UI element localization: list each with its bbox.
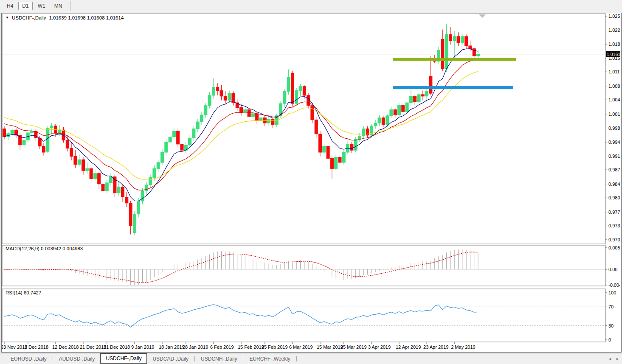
tab-usdcnh-daily[interactable]: USDCNH-,Daily [195,355,242,363]
date-axis-label: 3 Apr 2019 [368,344,391,350]
candle-body [145,185,148,191]
candle-body [358,136,361,140]
candle-body [342,152,345,162]
candle-body [414,96,417,102]
candle-body [251,114,254,117]
candle-body [177,131,180,144]
candle-body [11,130,14,134]
candle-body [58,130,61,133]
candle-body [370,126,373,135]
candle-body [90,168,93,179]
symbol-dropdown-icon[interactable]: ▼ [6,16,9,20]
rsi-axis-label: 70 [608,304,614,309]
rsi-line [4,305,478,327]
timeframe-button-d1[interactable]: D1 [18,2,32,10]
rsi-axis-label: 30 [608,323,614,328]
price-axis-label: 1.01860 [608,42,620,47]
date-axis-label: 23 Apr 2019 [423,344,448,350]
candles [3,24,480,235]
pane-frame-2 [2,289,605,342]
candle-body [208,95,211,106]
candle-body [220,90,223,96]
chart-canvas[interactable]: 1.025501.022101.018601.015201.011801.008… [2,13,620,351]
candle-body [477,54,480,56]
candle-body [390,109,393,115]
chart-window[interactable]: 1.025501.022101.018601.015201.011801.008… [1,13,622,353]
candle-body [299,87,302,91]
candle-body [117,187,120,193]
macd-axis-label: -0.004243 [608,283,620,288]
candle-body [31,131,34,133]
date-axis-label: 31 Dec 2018 [104,344,130,350]
price-axis-label: 1.00490 [608,97,620,102]
candle-body [283,91,286,104]
candle-body [121,187,124,197]
macd-histogram [4,249,478,286]
candle-body [409,96,412,103]
candle-body [200,115,203,122]
candle-body [133,214,136,233]
date-axis-label: 12 Apr 2019 [396,344,421,350]
price-axis-label: 1.00830 [608,84,620,89]
tab-eurusd-daily[interactable]: EURUSD-,Daily [5,355,52,363]
date-axis-label: 21 Dec 2018 [80,344,106,350]
tab-separator [296,356,297,361]
tab-audusd-daily[interactable]: AUDUSD-,Daily [53,355,101,363]
candle-body [66,140,69,148]
candle-body [161,152,164,162]
current-price-badge-text: 1.01614 [607,52,620,57]
candle-body [101,184,104,191]
candle-body [453,36,456,41]
date-axis-label: 23 Nov 2018 [2,344,27,350]
candle-body [82,160,85,171]
candle-body [449,34,452,40]
tab-separator [194,356,195,361]
price-axis-label: 0.98770 [608,167,620,172]
candle-body [461,36,464,42]
macd-axis-label: 0.00597 [608,245,620,250]
candle-body [271,119,274,124]
macd-indicator-label: MACD(12,26,9) 0.003942 0.004983 [6,246,83,251]
candle-body [78,160,81,164]
tab-usdcad-daily[interactable]: USDCAD-,Daily [147,355,194,363]
price-axis-label: 0.99800 [608,126,620,131]
candle-body [335,157,338,168]
candle-body [189,138,191,145]
timeframe-toolbar: H4 D1 W1 MN [0,0,622,12]
candle-body [378,118,381,123]
candle-body [291,73,294,104]
candle-body [405,103,408,112]
candle-body [149,177,152,185]
rsi-indicator-label: RSI(14) 60.7427 [6,290,41,295]
date-axis-label: 2 May 2019 [451,344,475,350]
tab-eurchf-weekly[interactable]: EURCHF-,Weekly [244,355,296,363]
price-axis-label: 1.00140 [608,112,620,117]
timeframe-button-mn[interactable]: MN [51,2,66,10]
mid-ma-line [4,60,478,190]
price-axis-label: 1.02550 [608,14,620,19]
candle-body [354,139,357,150]
candle-body [169,137,172,142]
price-axis-label: 1.01180 [608,69,620,74]
tab-scroll-left-icon[interactable]: ◄ [608,357,612,361]
timeframe-button-w1[interactable]: W1 [34,2,49,10]
candle-body [129,203,132,226]
candle-body [421,95,424,96]
candle-body [398,105,401,115]
date-axis-label: 12 Dec 2018 [52,344,79,350]
candle-body [204,106,207,115]
candle-body [382,118,385,125]
tab-usdchf-daily[interactable]: USDCHF-,Daily [100,353,147,364]
candle-body [153,168,156,177]
candle-body [330,158,333,168]
candle-body [350,144,353,150]
timeframe-button-h4[interactable]: H4 [3,2,17,10]
candle-body [110,176,113,182]
tab-scroll-right-icon[interactable]: ► [616,357,619,361]
candle-body [172,131,175,137]
candle-body [303,87,306,95]
date-axis-label: 28 Jan 2019 [183,344,208,350]
candle-body [192,129,195,138]
autoscroll-marker-icon [479,14,486,18]
candle-body [212,87,215,95]
